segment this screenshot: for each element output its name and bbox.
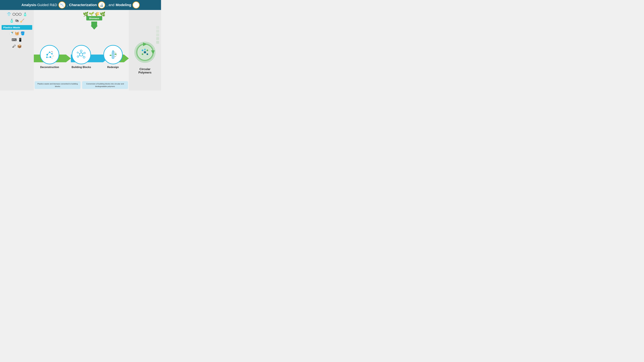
waste-icons-row-4: ⌨ 📱 — [2, 37, 32, 43]
svg-point-14 — [84, 52, 85, 54]
svg-point-29 — [144, 49, 146, 50]
bottle-icon: 🧴 — [23, 12, 27, 16]
waste-icons-row-2: 🧴 🛍 🧹 — [2, 18, 32, 23]
svg-rect-9 — [51, 51, 53, 52]
svg-line-22 — [78, 53, 80, 54]
basket-icon: 🧺 — [15, 31, 19, 35]
bag-icon: 🛍 — [15, 19, 19, 23]
plastic-bottle-icon: 🍼 — [9, 31, 14, 35]
deconstruction-svg — [44, 49, 55, 60]
building-blocks-item: Building Blocks — [72, 45, 91, 68]
svg-line-20 — [83, 56, 84, 57]
plastics-waste-text: Plastics Waste — [3, 26, 20, 29]
waste-icons-row-3: 🍼 🧺 🪣 — [2, 31, 32, 36]
circles-row: Deconstruction — [34, 45, 129, 68]
svg-rect-11 — [51, 58, 53, 58]
header-comma: , — [67, 3, 68, 7]
box-icon: 📦 — [17, 44, 22, 48]
desc-box-2: Conversion of building blocks into circu… — [82, 81, 128, 89]
jug-icon: 🪣 — [20, 31, 25, 35]
circular-polymers-label: Circular Polymers — [138, 64, 152, 74]
sq-5 — [156, 41, 159, 44]
header-hyphen: -Guided R&D — [36, 3, 57, 7]
main-area: 👕 ⬡⬡⬡ 🧴 🧴 🛍 🧹 Plastics Waste 🍼 🧺 🪣 ⌨ 📱 — [0, 10, 161, 91]
modeling-icon: 🖥 — [134, 3, 138, 7]
circular-polymers-svg — [135, 43, 154, 62]
biomass-plants-icon: 🌿🌱🌾🌿 — [83, 11, 106, 17]
redesign-svg — [107, 49, 119, 61]
sq-1 — [156, 26, 159, 29]
header-modeling: Modeling — [116, 3, 131, 7]
building-blocks-circle — [72, 45, 91, 64]
header-analysis-bold: Analysis — [22, 3, 36, 7]
svg-line-5 — [47, 52, 50, 54]
waste-icons-row-1: 👕 ⬡⬡⬡ 🧴 — [2, 11, 32, 17]
svg-point-13 — [80, 50, 82, 52]
sq-3 — [156, 33, 159, 36]
svg-point-17 — [77, 52, 78, 53]
svg-line-19 — [82, 53, 84, 54]
svg-point-24 — [144, 51, 146, 53]
tshirt-icon: 👕 — [7, 12, 11, 16]
desc-box-1: Plastics waste and biomass converted to … — [34, 81, 80, 89]
svg-line-21 — [78, 55, 80, 56]
modeling-icon-circle: 🖥 — [132, 1, 140, 8]
header-bar: Analysis-Guided R&D 📉 , Characterization… — [0, 0, 161, 10]
deconstruction-item: Deconstruction — [40, 45, 59, 68]
biomass-section: 🌿🌱🌾🌿 Biomass — [60, 11, 129, 29]
redesign-circle — [104, 45, 123, 64]
header-analysis: Analysis-Guided R&D — [22, 3, 57, 7]
header-characterization: Characterization — [69, 3, 97, 7]
biomass-arrowhead — [91, 26, 98, 30]
analysis-icon-circle: 📉 — [58, 1, 66, 8]
waste-icons-row-5: 🖊 📦 — [2, 44, 32, 49]
analysis-icon: 📉 — [60, 3, 64, 7]
right-panel: Circular Polymers — [129, 10, 161, 91]
svg-point-16 — [77, 56, 79, 57]
deconstruction-label: Deconstruction — [40, 65, 59, 68]
sq-4 — [156, 37, 159, 40]
characterization-icon-circle: 🔬 — [98, 1, 105, 8]
deconstruction-circle — [40, 45, 59, 64]
app-container: Analysis-Guided R&D 📉 , Characterization… — [0, 0, 161, 91]
squares-decoration — [156, 26, 159, 44]
characterization-icon: 🔬 — [100, 3, 104, 7]
descriptions-row: Plastics waste and biomass converted to … — [34, 81, 129, 89]
building-blocks-label: Building Blocks — [72, 65, 91, 68]
sixpack-icon: ⬡⬡⬡ — [12, 12, 22, 16]
markers-icon: 🖊 — [12, 44, 16, 48]
soap-icon: 🧴 — [10, 19, 14, 23]
building-blocks-svg — [75, 49, 87, 61]
keyboard-icon: ⌨ — [12, 38, 17, 42]
svg-point-12 — [80, 53, 83, 56]
svg-point-27 — [142, 53, 143, 55]
svg-line-7 — [50, 52, 52, 54]
biomass-stem — [91, 21, 97, 26]
cleaner-icon: 🧹 — [20, 19, 24, 23]
left-panel: 👕 ⬡⬡⬡ 🧴 🧴 🛍 🧹 Plastics Waste 🍼 🧺 🪣 ⌨ 📱 — [0, 10, 34, 91]
redesign-label: Redesign — [107, 65, 119, 68]
header-comma-and: , and — [106, 3, 114, 7]
phone-icon: 📱 — [18, 38, 22, 42]
svg-rect-10 — [52, 55, 54, 56]
plastics-waste-label: Plastics Waste — [2, 25, 32, 30]
sq-2 — [156, 30, 159, 33]
center-flow-area: 🌿🌱🌾🌿 Biomass — [34, 10, 129, 91]
circular-polymers-circle — [134, 42, 156, 63]
redesign-item: Redesign — [104, 45, 123, 68]
process-flow: Deconstruction — [34, 29, 129, 89]
